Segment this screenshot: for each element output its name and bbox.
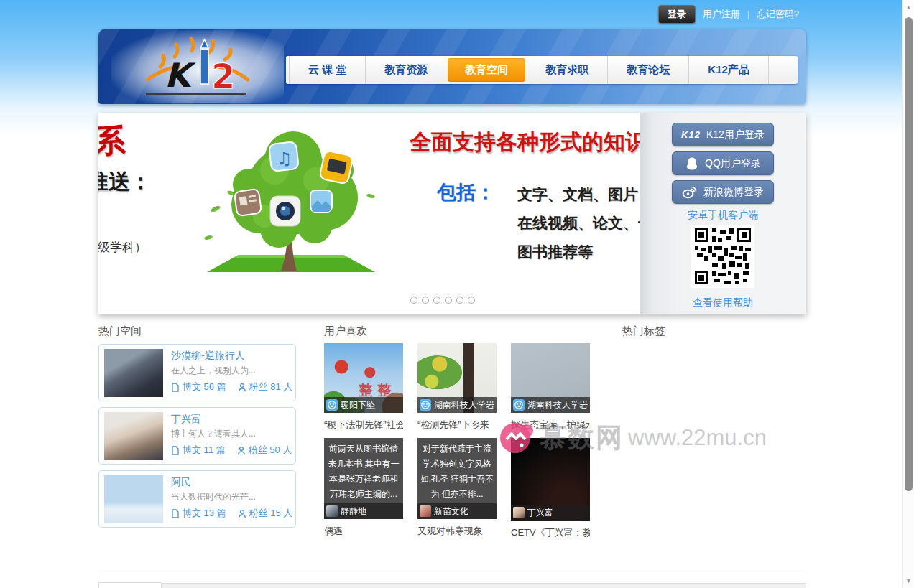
- author-name[interactable]: 静静地: [341, 505, 366, 518]
- login-panel: K12 K12用户登录 QQ用户登录 新浪微博登录 安卓手机客户端: [640, 113, 806, 314]
- doc-icon: [171, 383, 180, 392]
- user-space-card[interactable]: 阿民 当大数据时代的光芒... 博文 13 篇 粉丝 15 人: [98, 470, 296, 528]
- user-space-card[interactable]: 沙漠柳-逆旅行人 在人之上，视别人为... 博文 56 篇 粉丝 81 人: [98, 344, 296, 401]
- like-card[interactable]: 湖南科技大学岩 探生态宝库，护绿水: [511, 343, 590, 431]
- k12-login-button[interactable]: K12 K12用户登录: [672, 123, 774, 146]
- banner-headline: 全面支持各种形式的知识: [410, 128, 640, 157]
- like-card[interactable]: 前两天从图书馆借来几本书 其中有一本是张万祥老师和万玮老师主编的... 静静地 …: [324, 438, 403, 538]
- k12-logo[interactable]: K 2: [111, 30, 284, 103]
- topbar: 登录 用户注册 | 忘记密码?: [658, 5, 799, 24]
- like-caption[interactable]: 又观对韩寒现象: [417, 525, 497, 538]
- weibo-icon: [682, 185, 698, 199]
- forgot-password-link[interactable]: 忘记密码?: [757, 8, 799, 21]
- user-avatar[interactable]: [104, 349, 163, 397]
- footer-tab[interactable]: [98, 582, 162, 588]
- weibo-login-button[interactable]: 新浪微博登录: [672, 180, 774, 204]
- author-overlay: 静静地: [324, 503, 403, 519]
- footer-bar: [162, 583, 806, 588]
- carousel-dots: [410, 297, 475, 304]
- android-client-link[interactable]: 安卓手机客户端: [640, 209, 806, 222]
- carousel-dot-6[interactable]: [468, 297, 475, 304]
- carousel-slide[interactable]: 系 推送： 年级学科）: [98, 113, 640, 314]
- k12-logo-icon: K12: [681, 129, 701, 140]
- author-name[interactable]: 丁兴富: [527, 507, 553, 519]
- nav-item-edu-space[interactable]: 教育空间: [448, 58, 525, 82]
- carousel-dot-5[interactable]: [456, 297, 463, 304]
- author-overlay: 新苗文化: [417, 503, 497, 519]
- nav-item-edu-resources[interactable]: 教育资源: [365, 56, 446, 84]
- page-scrollbar[interactable]: ▲ ▼: [902, 0, 914, 588]
- scroll-up-arrow[interactable]: ▲: [903, 1, 914, 13]
- author-name[interactable]: 暖阳下坠: [341, 399, 375, 411]
- fans-count: 粉丝 50 人: [249, 444, 292, 457]
- qr-code: [691, 225, 754, 288]
- watermark-url: www.22mu.cn: [628, 425, 767, 451]
- knowledge-tree-illustration: ♫: [194, 124, 388, 279]
- nav-item-cloud-class[interactable]: 云 课 堂: [289, 56, 365, 84]
- user-name-link[interactable]: 阿民: [171, 476, 191, 489]
- like-caption[interactable]: CETV《丁兴富：教: [511, 526, 590, 539]
- smiley-avatar-icon: [326, 399, 338, 411]
- scrollbar-thumb[interactable]: [905, 17, 913, 491]
- user-name-link[interactable]: 沙漠柳-逆旅行人: [171, 350, 245, 363]
- banner-fragment-push: 推送：: [98, 167, 152, 197]
- topbar-separator: |: [747, 9, 749, 19]
- author-overlay: 湖南科技大学岩: [511, 397, 590, 413]
- carousel-dot-4[interactable]: [445, 297, 452, 304]
- author-name[interactable]: 新苗文化: [434, 505, 468, 518]
- carousel-dot-1[interactable]: [410, 297, 417, 304]
- k12-logo-icon: K 2: [140, 34, 255, 100]
- user-avatar[interactable]: [104, 475, 163, 523]
- nav-item-edu-jobs[interactable]: 教育求职: [527, 56, 607, 84]
- doc-icon: [171, 509, 180, 518]
- like-thumbnail[interactable]: 湖南科技大学岩: [511, 343, 590, 413]
- user-stats: 博文 13 篇 粉丝 15 人: [171, 507, 292, 520]
- scroll-down-arrow[interactable]: ▼: [903, 575, 914, 587]
- qq-penguin-icon: [685, 157, 699, 171]
- qq-login-label: QQ用户登录: [705, 157, 761, 170]
- like-caption[interactable]: 探生态宝库，护绿水: [511, 419, 590, 431]
- like-card[interactable]: 整整 暖阳下坠 “稷下法制先锋”社会: [324, 343, 403, 431]
- author-name[interactable]: 湖南科技大学岩: [527, 399, 588, 411]
- nav-item-edu-forum[interactable]: 教育论坛: [607, 56, 688, 84]
- register-link[interactable]: 用户注册: [703, 8, 740, 21]
- user-name-link[interactable]: 丁兴富: [171, 413, 201, 426]
- author-avatar: [326, 505, 338, 517]
- like-card[interactable]: 湖南科技大学岩 “检测先锋”下乡来: [417, 343, 497, 431]
- weibo-login-label: 新浪微博登录: [703, 186, 764, 199]
- author-overlay: 湖南科技大学岩: [417, 397, 497, 413]
- user-desc: 博主何人？请看其人...: [171, 428, 256, 440]
- posts-count: 博文 11 篇: [183, 444, 226, 457]
- banner-fragment-title: 系: [98, 120, 126, 162]
- svg-text:2: 2: [211, 56, 235, 96]
- nav-item-k12-products[interactable]: K12产品: [688, 56, 769, 84]
- hot-tags-title: 热门标签: [622, 325, 665, 338]
- login-button[interactable]: 登录: [658, 5, 696, 24]
- user-desc: 当大数据时代的光芒...: [171, 491, 256, 503]
- qq-login-button[interactable]: QQ用户登录: [672, 151, 774, 175]
- banner-include-lines: 文字、文档、图片、 在线视频、论文、专 图书推荐等: [517, 180, 640, 266]
- like-thumbnail[interactable]: 对于新代疏于主流学术独创文字风格如,孔圣 狂狷士吾不为 但亦不排... 新苗文化: [417, 438, 497, 519]
- user-avatar[interactable]: [104, 412, 163, 460]
- like-caption[interactable]: “检测先锋”下乡来: [417, 419, 497, 431]
- k12-login-label: K12用户登录: [706, 129, 765, 141]
- posts-count: 博文 56 篇: [183, 381, 226, 393]
- like-thumbnail[interactable]: 整整 暖阳下坠: [324, 343, 403, 413]
- banner-stage: 系 推送： 年级学科）: [98, 113, 806, 314]
- carousel-dot-2[interactable]: [422, 297, 429, 304]
- author-name[interactable]: 湖南科技大学岩: [434, 399, 494, 411]
- like-thumbnail[interactable]: 湖南科技大学岩: [417, 343, 497, 413]
- smiley-avatar-icon: [513, 399, 525, 411]
- carousel-dot-3[interactable]: [433, 297, 440, 304]
- like-caption[interactable]: “稷下法制先锋”社会: [324, 419, 403, 431]
- help-link[interactable]: 查看使用帮助: [640, 297, 806, 309]
- banner-include-line3: 图书推荐等: [517, 238, 640, 266]
- like-thumbnail[interactable]: 丁兴富: [511, 438, 590, 521]
- user-likes-title: 用户喜欢: [324, 325, 367, 338]
- user-space-card[interactable]: 丁兴富 博主何人？请看其人... 博文 11 篇 粉丝 50 人: [98, 407, 296, 465]
- like-thumbnail[interactable]: 前两天从图书馆借来几本书 其中有一本是张万祥老师和万玮老师主编的... 静静地: [324, 438, 403, 519]
- like-caption[interactable]: 偶遇: [324, 525, 403, 538]
- like-card[interactable]: 丁兴富 CETV《丁兴富：教: [511, 438, 590, 539]
- like-card[interactable]: 对于新代疏于主流学术独创文字风格如,孔圣 狂狷士吾不为 但亦不排... 新苗文化…: [417, 438, 497, 538]
- banner-include-line2: 在线视频、论文、专: [517, 209, 640, 238]
